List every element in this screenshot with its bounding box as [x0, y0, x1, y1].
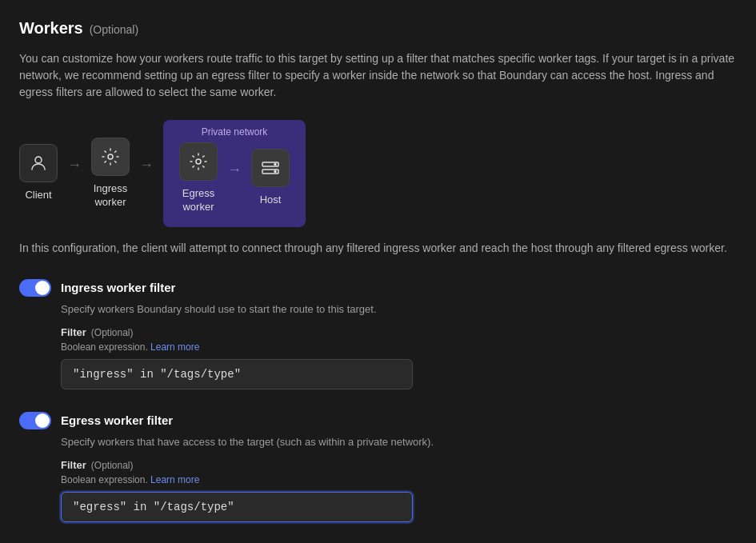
egress-filter-label: Filter	[61, 459, 86, 471]
ingress-worker-label: Ingressworker	[94, 182, 128, 210]
egress-worker-icon-box	[179, 142, 218, 181]
egress-filter-input[interactable]	[61, 492, 413, 522]
ingress-boolean-hint: Boolean expression. Learn more	[61, 341, 737, 353]
ingress-learn-more-link[interactable]: Learn more	[150, 341, 199, 353]
gear-icon-ingress	[101, 147, 120, 166]
page-description: You can customize how your workers route…	[19, 50, 737, 101]
egress-learn-more-link[interactable]: Learn more	[150, 474, 199, 485]
egress-filter-toggle[interactable]	[19, 412, 51, 429]
arrow-3: →	[227, 162, 242, 178]
client-label: Client	[25, 189, 51, 202]
egress-filter-title: Egress worker filter	[61, 413, 173, 427]
arrow-2: →	[139, 157, 154, 174]
page-title-section: Workers (Optional)	[19, 19, 737, 38]
svg-point-6	[274, 171, 276, 173]
person-icon	[29, 154, 48, 173]
svg-point-0	[35, 157, 42, 163]
svg-point-5	[274, 164, 276, 166]
egress-filter-section: Egress worker filter Specify workers tha…	[19, 412, 737, 522]
ingress-filter-subtitle: Specify workers Boundary should use to s…	[61, 303, 737, 315]
egress-filter-label-row: Filter (Optional)	[61, 459, 737, 471]
ingress-worker-node: Ingressworker	[91, 138, 130, 210]
arrow-1: →	[67, 157, 82, 174]
ingress-filter-label-row: Filter (Optional)	[61, 326, 737, 338]
server-icon	[261, 158, 280, 178]
workers-diagram: Client → Ingressworker → Private network…	[19, 120, 737, 227]
egress-filter-header: Egress worker filter	[19, 412, 737, 429]
ingress-filter-input[interactable]	[61, 359, 413, 389]
ingress-filter-toggle[interactable]	[19, 279, 51, 297]
host-label: Host	[260, 194, 282, 207]
egress-filter-subtitle: Specify workers that have access to the …	[61, 436, 737, 448]
optional-badge: (Optional)	[90, 23, 138, 36]
gear-icon-egress	[189, 152, 208, 171]
client-node: Client	[19, 144, 58, 202]
client-icon-box	[19, 144, 58, 182]
ingress-filter-label: Filter	[61, 326, 86, 338]
ingress-filter-header: Ingress worker filter	[19, 279, 737, 297]
egress-filter-optional: (Optional)	[91, 460, 134, 471]
config-description: In this configuration, the client will a…	[19, 240, 737, 257]
page-title: Workers	[19, 19, 83, 38]
ingress-filter-section: Ingress worker filter Specify workers Bo…	[19, 279, 737, 389]
private-network-label: Private network	[202, 126, 268, 138]
private-network-box: Private network Egressworker →	[163, 120, 306, 227]
ingress-filter-optional: (Optional)	[91, 327, 134, 338]
egress-boolean-hint: Boolean expression. Learn more	[61, 474, 737, 485]
host-node: Host	[251, 149, 290, 207]
ingress-worker-icon-box	[91, 138, 130, 176]
svg-point-2	[196, 159, 201, 164]
ingress-filter-title: Ingress worker filter	[61, 281, 175, 294]
svg-point-1	[108, 154, 113, 159]
egress-worker-label: Egressworker	[182, 187, 214, 214]
egress-worker-node: Egressworker	[179, 142, 218, 214]
host-icon-box	[251, 149, 290, 187]
